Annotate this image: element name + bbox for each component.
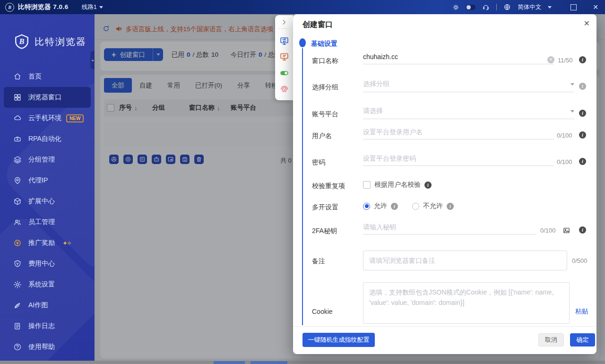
info-icon[interactable]: i — [424, 182, 432, 189]
deny-label: 不允许 — [423, 202, 443, 210]
create-window-modal: 创建窗口 ✕ 基础设置 窗口名称 ✕ 11/50 i 选择分组 选择分组 i 账… — [293, 14, 596, 354]
twofa-input[interactable] — [363, 223, 536, 234]
dup-check-row: 根据用户名校验 i — [363, 181, 432, 189]
info-icon[interactable]: i — [579, 131, 586, 139]
paste-link[interactable]: 粘贴 — [575, 307, 588, 316]
shield-icon — [13, 260, 22, 268]
sidebar-item-home[interactable]: 首页 — [0, 66, 95, 87]
twofa-label: 2FA秘钥 — [312, 227, 337, 235]
sidebar-item-system-settings[interactable]: 系统设置 — [0, 274, 95, 295]
window-name-counter: 11/50 — [558, 57, 573, 64]
chevron-down-icon — [570, 83, 574, 86]
username-input[interactable] — [363, 128, 554, 139]
group-select[interactable]: 选择分组 — [363, 80, 574, 92]
proxy-toggle-icon[interactable] — [279, 68, 289, 78]
platform-select[interactable]: 请选择 — [363, 107, 574, 119]
close-window-button[interactable]: ✕ — [593, 4, 598, 10]
sidebar-item-label: 推广奖励 — [28, 239, 55, 247]
platform-placeholder: 请选择 — [363, 107, 383, 115]
taskbar-app[interactable] — [251, 361, 287, 364]
cloud-icon — [13, 114, 22, 122]
clear-input-icon[interactable]: ✕ — [547, 56, 554, 63]
sidebar-item-ai-drawing[interactable]: AI作图 — [0, 295, 95, 316]
sidebar-item-label: 分组管理 — [28, 156, 55, 164]
chevron-down-icon — [548, 6, 552, 9]
sidebar-item-group-management[interactable]: 分组管理 — [0, 149, 95, 170]
sidebar-item-billing-center[interactable]: 费用中心 — [0, 253, 95, 274]
close-icon[interactable]: ✕ — [584, 20, 590, 27]
generate-fingerprint-button[interactable]: 一键随机生成指纹配置 — [302, 333, 375, 347]
sidebar-item-cloud-phone[interactable]: 云手机环境 NEW — [0, 108, 95, 129]
gear-icon — [13, 280, 22, 289]
info-icon[interactable]: i — [391, 203, 398, 210]
line-selector[interactable]: 线路1 — [82, 3, 103, 11]
app-logo-icon: B — [5, 3, 14, 12]
dup-check-option-label: 根据用户名校验 — [374, 181, 421, 189]
section-basic-settings: 基础设置 — [311, 40, 337, 48]
remark-label: 备注 — [312, 257, 325, 266]
confirm-button[interactable]: 确定 — [570, 333, 595, 347]
title-bar: B 比特浏览器 7.0.6 线路1 简体中文 ✕ — [0, 0, 605, 14]
info-icon[interactable]: i — [579, 83, 586, 90]
window-name-input[interactable] — [363, 53, 554, 64]
sparkle-icon: ✦✧ — [62, 240, 71, 247]
multi-open-row: 允许 i 不允许 i — [363, 202, 454, 210]
info-icon[interactable]: i — [579, 110, 586, 117]
cookie-label: Cookie — [312, 308, 333, 315]
sidebar-item-label: 员工管理 — [28, 218, 55, 226]
expand-icon[interactable] — [281, 19, 287, 26]
quick-access-panel — [275, 15, 293, 100]
sidebar-item-label: 云手机环境 — [28, 114, 61, 122]
image-upload-icon[interactable] — [562, 226, 570, 234]
deny-radio[interactable] — [412, 203, 419, 210]
remark-input[interactable] — [363, 251, 567, 270]
sidebar-item-promotion-rewards[interactable]: 推广奖励 ✦✧ — [0, 233, 95, 253]
password-input[interactable] — [363, 155, 554, 166]
ip-check-icon[interactable] — [279, 52, 289, 62]
fingerprint-icon[interactable] — [279, 84, 289, 94]
new-badge: NEW — [66, 114, 84, 122]
chevron-down-icon — [570, 110, 574, 113]
grid-windows-icon — [13, 93, 22, 102]
sidebar-item-extension-center[interactable]: 扩展中心 — [0, 191, 95, 212]
support-headset-icon[interactable] — [482, 3, 490, 11]
password-label: 密码 — [312, 158, 325, 167]
sidebar-item-proxy-ip[interactable]: 代理IP — [0, 170, 95, 191]
sidebar-logo: 比特浏览器 — [13, 33, 86, 50]
language-selector[interactable]: 简体中文 — [518, 3, 541, 11]
window-sync-icon[interactable] — [279, 36, 289, 46]
sidebar-item-rpa[interactable]: RPA自动化 — [0, 129, 95, 149]
allow-label: 允许 — [374, 202, 387, 210]
cookie-input[interactable] — [363, 282, 570, 324]
globe-icon — [503, 3, 511, 11]
section-guide-line — [302, 48, 303, 325]
divider — [496, 4, 497, 10]
sidebar-item-browser-windows[interactable]: 浏览器窗口 — [4, 87, 91, 108]
sidebar-item-staff-management[interactable]: 员工管理 — [0, 212, 95, 233]
taskbar-app[interactable] — [214, 361, 245, 364]
info-icon[interactable]: i — [447, 203, 454, 210]
window-name-label: 窗口名称 — [312, 57, 338, 65]
feather-icon — [13, 301, 22, 310]
maximize-button[interactable] — [570, 4, 577, 10]
theme-toggle[interactable] — [466, 5, 475, 10]
dup-check-checkbox[interactable] — [363, 181, 371, 189]
sidebar-item-operation-logs[interactable]: 操作日志 — [0, 316, 95, 337]
group-placeholder: 选择分组 — [363, 80, 389, 88]
group-label: 选择分组 — [312, 83, 338, 92]
info-icon[interactable]: i — [579, 158, 586, 165]
sidebar: 比特浏览器 ◂ 首页 浏览器窗口 云手机环境 NEW RPA自动化 — [0, 14, 95, 361]
sidebar-item-label: 使用帮助 — [28, 343, 55, 351]
allow-radio[interactable] — [363, 203, 370, 210]
cube-icon — [13, 197, 22, 206]
sidebar-item-label: 浏览器窗口 — [28, 93, 61, 102]
sidebar-item-label: 代理IP — [28, 176, 48, 185]
info-icon[interactable]: i — [579, 56, 586, 63]
chevron-down-icon — [99, 6, 103, 9]
theme-sun-icon[interactable] — [452, 4, 459, 11]
sidebar-item-help[interactable]: 使用帮助 — [0, 337, 95, 357]
info-icon[interactable]: i — [579, 226, 586, 234]
sidebar-item-label: 费用中心 — [28, 260, 55, 268]
rpa-case-icon — [13, 135, 22, 143]
cancel-button[interactable]: 取消 — [538, 333, 564, 347]
